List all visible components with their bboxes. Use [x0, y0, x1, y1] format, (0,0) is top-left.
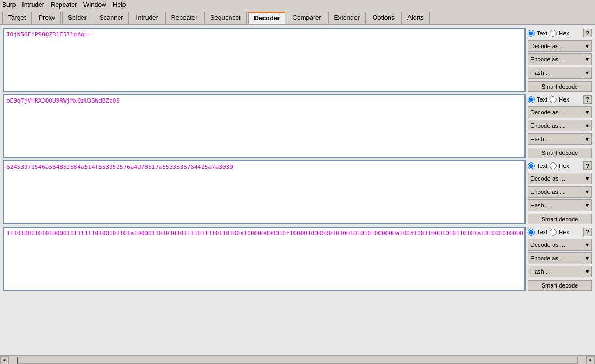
menu-help[interactable]: Help [113, 1, 126, 9]
encode-as-arrow-4[interactable]: ▼ [583, 252, 592, 264]
tab-comparer[interactable]: Comparer [287, 12, 327, 24]
encode-as-button-3[interactable]: Encode as ... [528, 186, 583, 198]
menu-burp[interactable]: Burp [2, 1, 16, 9]
encode-as-button-4[interactable]: Encode as ... [528, 252, 583, 264]
menu-bar: Burp Intruder Repeater Window Help [0, 0, 595, 10]
radio-row-3: Text Hex ? [528, 161, 592, 170]
decoder-row-4: Text Hex ? Decode as ... ▼ Encode as ...… [3, 227, 592, 291]
encode-dropdown-row-2: Encode as ... ▼ [528, 120, 592, 131]
tab-intruder[interactable]: Intruder [130, 12, 164, 24]
decode-input-2[interactable] [3, 94, 526, 158]
tab-spider[interactable]: Spider [62, 12, 92, 24]
hash-dropdown-row-4: Hash ... ▼ [528, 266, 592, 277]
decoder-row-2: Text Hex ? Decode as ... ▼ Encode as ...… [3, 94, 592, 158]
hash-arrow-2[interactable]: ▼ [583, 133, 592, 145]
tab-target[interactable]: Target [2, 12, 32, 24]
smart-decode-button-3[interactable]: Smart decode [528, 214, 592, 224]
decode-as-arrow-2[interactable]: ▼ [583, 106, 592, 118]
decode-dropdown-row-1: Decode as ... ▼ [528, 40, 592, 52]
tab-options[interactable]: Options [367, 12, 400, 24]
tab-repeater[interactable]: Repeater [165, 12, 203, 24]
hash-dropdown-row-2: Hash ... ▼ [528, 133, 592, 145]
hash-button-1[interactable]: Hash ... [528, 67, 583, 79]
radio-text-label-2: Text [537, 96, 547, 103]
radio-row-2: Text Hex ? [528, 95, 592, 104]
encode-dropdown-row-1: Encode as ... ▼ [528, 53, 592, 65]
radio-text-label-1: Text [537, 30, 547, 36]
decoder-row-1: Text Hex ? Decode as ... ▼ Encode as ...… [3, 28, 592, 92]
decode-dropdown-row-4: Decode as ... ▼ [528, 239, 592, 251]
radio-text-2[interactable] [528, 96, 535, 103]
help-button-2[interactable]: ? [583, 95, 592, 104]
scroll-left-arrow[interactable]: ◄ [0, 356, 9, 361]
decode-as-button-3[interactable]: Decode as ... [528, 173, 583, 184]
decode-as-arrow-4[interactable]: ▼ [583, 239, 592, 251]
help-button-4[interactable]: ? [583, 228, 592, 236]
smart-decode-button-2[interactable]: Smart decode [528, 148, 592, 158]
menu-window[interactable]: Window [83, 1, 106, 9]
hash-button-3[interactable]: Hash ... [528, 199, 583, 211]
menu-repeater[interactable]: Repeater [51, 1, 77, 9]
controls-4: Text Hex ? Decode as ... ▼ Encode as ...… [528, 227, 592, 291]
radio-hex-label-1: Hex [559, 30, 569, 36]
decode-input-4[interactable] [3, 227, 526, 291]
radio-hex-label-2: Hex [559, 96, 569, 103]
decode-input-3[interactable] [3, 160, 526, 224]
radio-text-3[interactable] [528, 162, 535, 169]
smart-decode-button-1[interactable]: Smart decode [528, 81, 592, 92]
encode-as-button-1[interactable]: Encode as ... [528, 53, 583, 65]
decode-as-button-4[interactable]: Decode as ... [528, 239, 583, 251]
radio-text-4[interactable] [528, 229, 535, 236]
hash-arrow-4[interactable]: ▼ [583, 266, 592, 277]
radio-row-4: Text Hex ? [528, 228, 592, 236]
radio-hex-3[interactable] [550, 162, 557, 169]
encode-as-arrow-2[interactable]: ▼ [583, 120, 592, 131]
encode-dropdown-row-4: Encode as ... ▼ [528, 252, 592, 264]
tab-bar: Target Proxy Spider Scanner Intruder Rep… [0, 10, 595, 25]
tab-decoder[interactable]: Decoder [248, 12, 285, 24]
tab-scanner[interactable]: Scanner [94, 12, 129, 24]
controls-2: Text Hex ? Decode as ... ▼ Encode as ...… [528, 94, 592, 158]
hash-dropdown-row-3: Hash ... ▼ [528, 199, 592, 211]
scrollbar-track[interactable] [17, 357, 578, 361]
decode-dropdown-row-3: Decode as ... ▼ [528, 173, 592, 184]
encode-dropdown-row-3: Encode as ... ▼ [528, 186, 592, 198]
encode-as-button-2[interactable]: Encode as ... [528, 120, 583, 131]
decode-as-button-1[interactable]: Decode as ... [528, 40, 583, 52]
encode-as-arrow-1[interactable]: ▼ [583, 53, 592, 65]
radio-hex-label-4: Hex [559, 229, 569, 235]
radio-text-label-4: Text [537, 229, 547, 235]
encode-as-arrow-3[interactable]: ▼ [583, 186, 592, 198]
controls-3: Text Hex ? Decode as ... ▼ Encode as ...… [528, 160, 592, 224]
smart-decode-button-4[interactable]: Smart decode [528, 280, 592, 291]
menu-intruder[interactable]: Intruder [22, 1, 44, 9]
tab-sequencer[interactable]: Sequencer [204, 12, 247, 24]
help-button-1[interactable]: ? [583, 29, 592, 37]
radio-text-1[interactable] [528, 30, 535, 37]
decoder-row-3: Text Hex ? Decode as ... ▼ Encode as ...… [3, 160, 592, 224]
radio-hex-label-3: Hex [559, 162, 569, 169]
hash-button-2[interactable]: Hash ... [528, 133, 583, 145]
decode-as-arrow-1[interactable]: ▼ [583, 40, 592, 52]
help-button-3[interactable]: ? [583, 161, 592, 170]
tab-alerts[interactable]: Alerts [401, 12, 430, 24]
radio-hex-2[interactable] [550, 96, 557, 103]
controls-1: Text Hex ? Decode as ... ▼ Encode as ...… [528, 28, 592, 92]
hash-button-4[interactable]: Hash ... [528, 266, 583, 277]
radio-hex-1[interactable] [550, 30, 557, 37]
tab-proxy[interactable]: Proxy [33, 12, 61, 24]
decode-as-arrow-3[interactable]: ▼ [583, 173, 592, 184]
scroll-right-arrow[interactable]: ► [586, 356, 595, 361]
decode-input-1[interactable] [3, 28, 526, 92]
radio-text-label-3: Text [537, 162, 547, 169]
radio-hex-4[interactable] [550, 229, 557, 236]
hash-arrow-3[interactable]: ▼ [583, 199, 592, 211]
decoder-main: Text Hex ? Decode as ... ▼ Encode as ...… [0, 25, 595, 361]
decode-dropdown-row-2: Decode as ... ▼ [528, 106, 592, 118]
radio-row-1: Text Hex ? [528, 29, 592, 37]
hash-dropdown-row-1: Hash ... ▼ [528, 67, 592, 79]
hash-arrow-1[interactable]: ▼ [583, 67, 592, 79]
horizontal-scrollbar: ◄ ► [0, 355, 595, 361]
decode-as-button-2[interactable]: Decode as ... [528, 106, 583, 118]
tab-extender[interactable]: Extender [328, 12, 366, 24]
